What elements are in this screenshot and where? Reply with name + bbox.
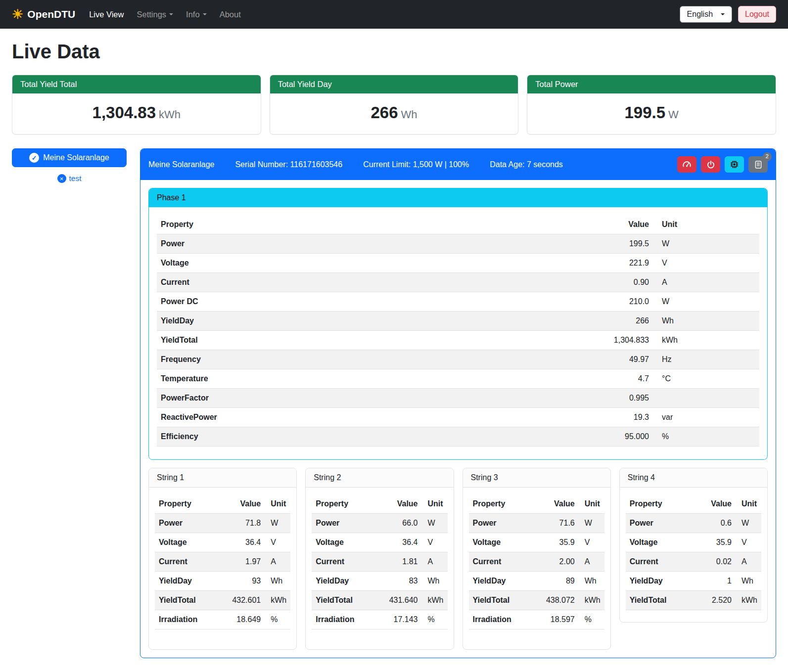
value-cell: 431.640 bbox=[373, 591, 422, 610]
current-limit: Current Limit: 1,500 W | 100% bbox=[363, 160, 469, 169]
property-header: Property bbox=[469, 494, 531, 514]
content-row: ✓ Meine Solaranlage × test Meine Solaran… bbox=[12, 148, 776, 658]
device-info-button[interactable] bbox=[725, 156, 744, 173]
unit-cell: V bbox=[422, 533, 448, 552]
unit-cell: Wh bbox=[736, 572, 761, 591]
unit-cell: W bbox=[265, 514, 290, 533]
sidebar-item-test[interactable]: × test bbox=[12, 174, 127, 183]
brand-link[interactable]: ☀ OpenDTU bbox=[12, 8, 75, 21]
string-1-title: String 1 bbox=[149, 468, 296, 488]
property-cell: YieldTotal bbox=[312, 591, 373, 610]
value-cell: 266 bbox=[454, 312, 653, 331]
page-container: Live Data Total Yield Total 1,304.83kWh … bbox=[0, 29, 788, 672]
check-circle-icon: ✓ bbox=[29, 153, 39, 163]
nav-settings-dropdown[interactable]: Settings bbox=[137, 10, 173, 19]
nav-about[interactable]: About bbox=[220, 10, 241, 19]
property-cell: Power DC bbox=[157, 292, 454, 312]
value-cell: 36.4 bbox=[373, 533, 422, 552]
property-cell: YieldTotal bbox=[469, 591, 531, 610]
unit-header: Unit bbox=[653, 215, 759, 234]
nav-live-view[interactable]: Live View bbox=[89, 10, 124, 19]
table-row: YieldDay1Wh bbox=[626, 572, 761, 591]
property-cell: Voltage bbox=[312, 533, 373, 552]
unit-cell: V bbox=[653, 254, 759, 273]
value-cell: 66.0 bbox=[373, 514, 422, 533]
power-toggle-button[interactable] bbox=[701, 156, 720, 173]
page-title: Live Data bbox=[12, 41, 776, 63]
string-1-table: Property Value Unit Power71.8WVoltage36.… bbox=[155, 494, 290, 629]
string-2-body: Property Value Unit Power66.0WVoltage36.… bbox=[306, 488, 453, 649]
unit-cell: W bbox=[579, 514, 604, 533]
property-header: Property bbox=[626, 494, 693, 514]
x-circle-icon: × bbox=[57, 174, 66, 183]
string-1-card: String 1 Property Value Unit bbox=[148, 468, 297, 650]
table-row: Irradiation18.649% bbox=[155, 610, 290, 629]
property-cell: Power bbox=[626, 514, 693, 533]
table-row: Current0.90A bbox=[157, 273, 759, 292]
card-value: 199.5 bbox=[625, 103, 666, 122]
value-cell: 0.995 bbox=[454, 389, 653, 408]
property-cell: Voltage bbox=[469, 533, 531, 552]
property-cell: ReactivePower bbox=[157, 408, 454, 427]
phase-1-title: Phase 1 bbox=[149, 188, 767, 207]
table-row: YieldDay83Wh bbox=[312, 572, 447, 591]
value-cell: 93 bbox=[217, 572, 265, 591]
panel-action-buttons: 2 bbox=[677, 156, 768, 173]
table-row: Temperature4.7°C bbox=[157, 369, 759, 389]
string-4-card: String 4 Property Value Unit bbox=[619, 468, 768, 623]
value-header: Value bbox=[693, 494, 736, 514]
logout-button[interactable]: Logout bbox=[738, 6, 776, 23]
unit-cell: W bbox=[653, 292, 759, 312]
property-cell: Voltage bbox=[157, 254, 454, 273]
table-row: Frequency49.97Hz bbox=[157, 350, 759, 369]
language-select[interactable]: English bbox=[680, 6, 732, 23]
table-row: Current2.00A bbox=[469, 552, 604, 572]
value-cell: 71.8 bbox=[217, 514, 265, 533]
value-cell: 4.7 bbox=[454, 369, 653, 389]
unit-cell: °C bbox=[653, 369, 759, 389]
property-cell: YieldDay bbox=[312, 572, 373, 591]
string-4-body: Property Value Unit Power0.6WVoltage35.9… bbox=[620, 488, 767, 622]
table-row: YieldTotal431.640kWh bbox=[312, 591, 447, 610]
value-cell: 221.9 bbox=[454, 254, 653, 273]
property-cell: Power bbox=[157, 234, 454, 254]
property-cell: Temperature bbox=[157, 369, 454, 389]
unit-cell: W bbox=[653, 234, 759, 254]
table-row: Power0.6W bbox=[626, 514, 761, 533]
unit-cell: V bbox=[736, 533, 761, 552]
limit-settings-button[interactable] bbox=[677, 156, 696, 173]
chevron-down-icon bbox=[169, 13, 173, 17]
property-cell: Voltage bbox=[155, 533, 217, 552]
property-header: Property bbox=[157, 215, 454, 234]
event-log-button[interactable]: 2 bbox=[748, 156, 768, 173]
table-row: Voltage35.9V bbox=[626, 533, 761, 552]
table-row: YieldTotal432.601kWh bbox=[155, 591, 290, 610]
unit-header: Unit bbox=[736, 494, 761, 514]
card-body: 1,304.83kWh bbox=[12, 93, 261, 134]
table-row: YieldTotal2.520kWh bbox=[626, 591, 761, 610]
data-age: Data Age: 7 seconds bbox=[490, 160, 563, 169]
unit-header: Unit bbox=[265, 494, 290, 514]
table-row: Voltage36.4V bbox=[312, 533, 447, 552]
inverter-name: Meine Solaranlage bbox=[148, 160, 214, 169]
property-cell: YieldTotal bbox=[626, 591, 693, 610]
unit-cell: kWh bbox=[422, 591, 448, 610]
table-row: PowerFactor0.995 bbox=[157, 389, 759, 408]
unit-cell: A bbox=[579, 552, 604, 572]
string-3-title: String 3 bbox=[463, 468, 610, 488]
nav-info-dropdown[interactable]: Info bbox=[186, 10, 207, 19]
inverter-sidebar: ✓ Meine Solaranlage × test bbox=[12, 148, 127, 183]
value-cell: 19.3 bbox=[454, 408, 653, 427]
string-3-table: Property Value Unit Power71.6WVoltage35.… bbox=[469, 494, 604, 629]
unit-cell: A bbox=[736, 552, 761, 572]
value-header: Value bbox=[454, 215, 653, 234]
property-cell: YieldDay bbox=[469, 572, 531, 591]
unit-cell: Wh bbox=[265, 572, 290, 591]
sidebar-item-meine-solaranlage[interactable]: ✓ Meine Solaranlage bbox=[12, 148, 127, 167]
strings-row: String 1 Property Value Unit bbox=[148, 468, 768, 650]
inverter-button-label: Meine Solaranlage bbox=[43, 153, 109, 162]
value-cell: 49.97 bbox=[454, 350, 653, 369]
property-cell: YieldDay bbox=[626, 572, 693, 591]
value-cell: 432.601 bbox=[217, 591, 265, 610]
navbar: ☀ OpenDTU Live View Settings Info About … bbox=[0, 0, 788, 29]
